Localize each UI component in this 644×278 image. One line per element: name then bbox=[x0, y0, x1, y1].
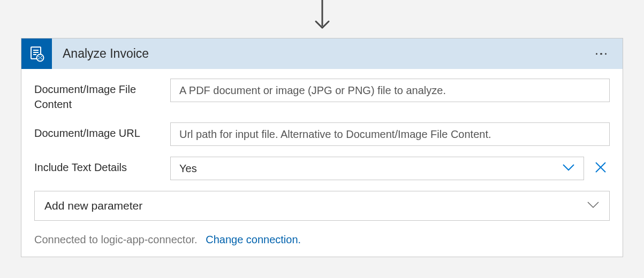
close-icon bbox=[595, 161, 607, 173]
field-row-url: Document/Image URL bbox=[34, 122, 610, 146]
add-parameter-dropdown[interactable]: Add new parameter bbox=[34, 191, 610, 221]
remove-parameter-button[interactable] bbox=[592, 158, 610, 179]
svg-point-8 bbox=[38, 58, 39, 59]
ellipsis-icon bbox=[596, 53, 598, 55]
include-text-details-select[interactable]: Yes bbox=[170, 157, 584, 180]
svg-point-6 bbox=[38, 56, 39, 57]
field-label-include-text-details: Include Text Details bbox=[34, 157, 170, 175]
card-header[interactable]: Analyze Invoice bbox=[21, 38, 623, 69]
connection-status-text: Connected to logic-app-connector. bbox=[34, 234, 198, 245]
arrow-down-icon bbox=[314, 0, 330, 32]
url-input[interactable] bbox=[170, 122, 610, 146]
connector-icon-box bbox=[21, 38, 52, 69]
chevron-down-icon bbox=[562, 164, 575, 173]
action-card: Analyze Invoice Document/Image File Cont… bbox=[21, 38, 623, 257]
field-row-file-content: Document/Image File Content bbox=[34, 79, 610, 112]
add-parameter-row: Add new parameter bbox=[34, 191, 610, 221]
change-connection-link[interactable]: Change connection. bbox=[206, 234, 301, 245]
card-title: Analyze Invoice bbox=[63, 47, 149, 61]
chevron-down-icon bbox=[587, 201, 600, 211]
card-body: Document/Image File Content Document/Ima… bbox=[21, 69, 623, 257]
card-menu-button[interactable] bbox=[592, 49, 611, 59]
select-value: Yes bbox=[179, 163, 197, 175]
svg-point-9 bbox=[41, 58, 42, 59]
add-parameter-label: Add new parameter bbox=[44, 199, 142, 212]
document-recognizer-icon bbox=[28, 45, 46, 63]
field-row-include-text-details: Include Text Details Yes bbox=[34, 157, 610, 180]
field-label-url: Document/Image URL bbox=[34, 122, 170, 141]
flow-connector-arrow bbox=[314, 0, 330, 32]
field-label-file-content: Document/Image File Content bbox=[34, 79, 170, 112]
connection-footer: Connected to logic-app-connector. Change… bbox=[34, 234, 610, 246]
svg-point-7 bbox=[41, 56, 42, 57]
file-content-input[interactable] bbox=[170, 79, 610, 102]
svg-point-10 bbox=[40, 57, 41, 58]
